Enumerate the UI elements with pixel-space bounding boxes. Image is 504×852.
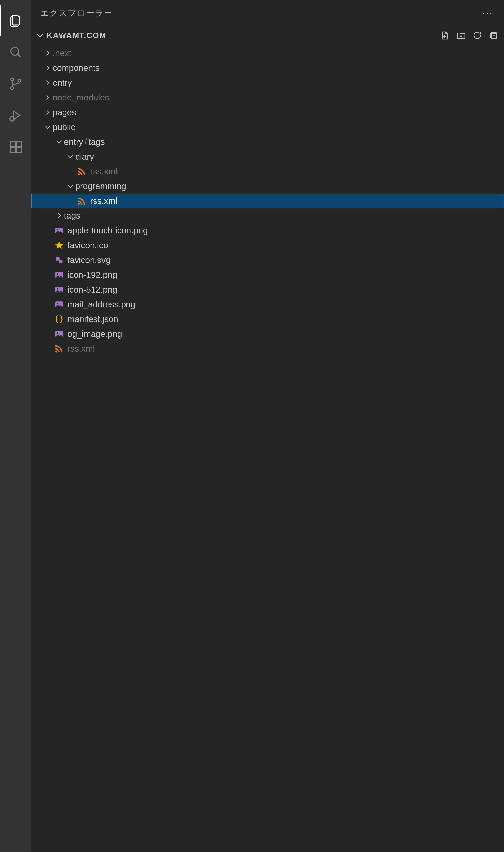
new-file-button[interactable] (439, 30, 450, 41)
folder-node-modules[interactable]: node_modules (32, 90, 504, 105)
section-name: KAWAMT.COM (47, 31, 439, 40)
file-manifest-json[interactable]: manifest.json (32, 312, 504, 327)
star-icon (54, 240, 64, 250)
folder-diary[interactable]: diary (32, 149, 504, 164)
file-label: manifest.json (68, 314, 118, 324)
sidebar-header: エクスプローラー ··· (32, 0, 504, 26)
sidebar-title: エクスプローラー (40, 7, 482, 19)
file-og-image[interactable]: og_image.png (32, 327, 504, 341)
svg-point-2 (11, 87, 14, 89)
folder-label: entry (53, 78, 72, 88)
folder-components[interactable]: components (32, 60, 504, 75)
file-label: rss.xml (90, 196, 118, 206)
svg-rect-6 (10, 147, 15, 153)
file-apple-touch-icon[interactable]: apple-touch-icon.png (32, 223, 504, 238)
svg-icon (54, 255, 64, 265)
file-icon-512[interactable]: icon-512.png (32, 282, 504, 297)
file-rss-xml-programming[interactable]: rss.xml (32, 194, 504, 208)
folder-label: diary (75, 152, 94, 161)
path-separator: / (85, 137, 87, 147)
svg-point-3 (18, 79, 21, 82)
chevron-down-icon (66, 181, 75, 191)
chevron-down-icon (34, 30, 46, 41)
chevron-right-icon (43, 63, 53, 73)
file-rss-xml-diary[interactable]: rss.xml (32, 164, 504, 179)
svg-point-21 (57, 303, 58, 304)
file-icon-192[interactable]: icon-192.png (32, 267, 504, 282)
image-icon (54, 329, 64, 339)
folder-label: programming (75, 181, 126, 191)
file-favicon-svg[interactable]: favicon.svg (32, 253, 504, 267)
image-icon (54, 299, 64, 309)
file-label: icon-512.png (68, 285, 117, 295)
activity-extensions[interactable] (0, 131, 32, 162)
svg-point-17 (57, 273, 58, 275)
folder-label: pages (53, 107, 76, 117)
file-label: favicon.ico (68, 240, 108, 250)
search-icon (8, 45, 23, 59)
image-icon (54, 270, 64, 280)
svg-rect-5 (10, 141, 15, 146)
svg-point-19 (57, 288, 58, 289)
activity-search[interactable] (0, 36, 32, 68)
svg-point-24 (55, 351, 57, 353)
svg-point-13 (57, 229, 58, 230)
activity-source-control[interactable] (0, 68, 32, 100)
folder-public[interactable]: public (32, 120, 504, 135)
more-actions-button[interactable]: ··· (482, 7, 495, 19)
folder-next[interactable]: .next (32, 46, 504, 60)
explorer-sidebar: エクスプローラー ··· KAWAMT.COM .next (32, 0, 504, 852)
file-tree: .next components entry node_modules page… (32, 45, 504, 852)
svg-rect-15 (58, 260, 62, 263)
folder-tags[interactable]: tags (32, 208, 504, 223)
chevron-right-icon (43, 92, 53, 102)
image-icon (54, 226, 64, 236)
chevron-right-icon (43, 107, 53, 117)
file-mail-address[interactable]: mail_address.png (32, 297, 504, 312)
file-rss-xml-public[interactable]: rss.xml (32, 341, 504, 356)
new-folder-button[interactable] (456, 30, 467, 41)
chevron-down-icon (54, 137, 64, 147)
svg-point-0 (11, 47, 19, 55)
activity-bar (0, 0, 32, 852)
rss-icon (77, 196, 87, 206)
svg-rect-8 (17, 141, 21, 146)
activity-debug[interactable] (0, 100, 32, 131)
collapse-all-button[interactable] (488, 30, 499, 41)
activity-explorer[interactable] (0, 5, 32, 36)
chevron-right-icon (43, 48, 53, 58)
extensions-icon (8, 139, 23, 154)
chevron-right-icon (43, 78, 53, 88)
svg-point-11 (78, 203, 80, 205)
svg-point-10 (78, 173, 80, 175)
file-label: rss.xml (90, 167, 118, 176)
json-icon (54, 314, 64, 324)
file-favicon-ico[interactable]: favicon.ico (32, 238, 504, 253)
folder-programming[interactable]: programming (32, 179, 504, 194)
folder-pages[interactable]: pages (32, 105, 504, 120)
svg-point-23 (57, 332, 58, 334)
section-header[interactable]: KAWAMT.COM (32, 26, 504, 45)
folder-entry-tags[interactable]: entry / tags (32, 135, 504, 149)
rss-icon (54, 344, 64, 353)
file-label: rss.xml (68, 344, 95, 353)
file-label: mail_address.png (68, 299, 136, 309)
image-icon (54, 285, 64, 295)
folder-label: entry (64, 137, 83, 147)
files-icon (8, 13, 23, 28)
rss-icon (77, 167, 87, 176)
folder-label: .next (53, 48, 71, 58)
folder-label: tags (89, 137, 105, 147)
folder-label: node_modules (53, 92, 109, 102)
file-label: icon-192.png (68, 270, 117, 280)
refresh-button[interactable] (472, 30, 483, 41)
file-label: apple-touch-icon.png (68, 226, 148, 236)
folder-label: components (53, 63, 100, 73)
chevron-right-icon (54, 211, 64, 221)
file-label: og_image.png (68, 329, 122, 339)
file-label: favicon.svg (68, 255, 110, 265)
branch-icon (8, 76, 23, 91)
folder-label: public (53, 122, 75, 132)
folder-entry[interactable]: entry (32, 75, 504, 90)
section-actions (439, 30, 504, 41)
